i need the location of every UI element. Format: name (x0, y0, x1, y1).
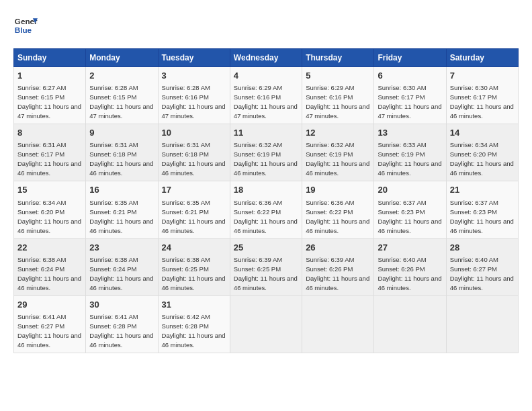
day-info: Sunrise: 6:33 AM Sunset: 6:19 PM Dayligh… (378, 141, 441, 177)
svg-text:Blue: Blue (15, 26, 32, 34)
calendar-header-row: SundayMondayTuesdayWednesdayThursdayFrid… (14, 49, 519, 67)
calendar-cell: 28Sunrise: 6:40 AM Sunset: 6:27 PM Dayli… (446, 238, 518, 295)
day-number: 24 (162, 242, 226, 254)
calendar-cell: 18Sunrise: 6:36 AM Sunset: 6:22 PM Dayli… (230, 181, 302, 238)
day-info: Sunrise: 6:36 AM Sunset: 6:22 PM Dayligh… (306, 199, 369, 234)
day-number: 1 (17, 70, 82, 82)
day-info: Sunrise: 6:31 AM Sunset: 6:17 PM Dayligh… (17, 141, 81, 177)
calendar-cell: 19Sunrise: 6:36 AM Sunset: 6:22 PM Dayli… (302, 181, 374, 238)
day-info: Sunrise: 6:32 AM Sunset: 6:19 PM Dayligh… (306, 141, 369, 177)
calendar-cell: 13Sunrise: 6:33 AM Sunset: 6:19 PM Dayli… (374, 124, 446, 181)
day-number: 17 (162, 184, 226, 196)
day-number: 18 (234, 184, 298, 196)
page-header: General Blue (13, 13, 519, 38)
week-row-3: 15Sunrise: 6:34 AM Sunset: 6:20 PM Dayli… (14, 181, 519, 238)
day-number: 26 (306, 242, 370, 254)
day-info: Sunrise: 6:40 AM Sunset: 6:26 PM Dayligh… (378, 256, 441, 291)
logo-icon: General Blue (13, 13, 38, 38)
day-info: Sunrise: 6:35 AM Sunset: 6:21 PM Dayligh… (89, 199, 153, 234)
calendar-cell: 9Sunrise: 6:31 AM Sunset: 6:18 PM Daylig… (86, 124, 158, 181)
day-info: Sunrise: 6:29 AM Sunset: 6:16 PM Dayligh… (234, 84, 298, 120)
day-info: Sunrise: 6:41 AM Sunset: 6:28 PM Dayligh… (89, 313, 153, 349)
calendar-cell: 24Sunrise: 6:38 AM Sunset: 6:25 PM Dayli… (158, 238, 230, 295)
day-header-thursday: Thursday (302, 49, 374, 67)
day-number: 22 (17, 242, 82, 254)
day-info: Sunrise: 6:29 AM Sunset: 6:16 PM Dayligh… (306, 84, 369, 120)
day-info: Sunrise: 6:41 AM Sunset: 6:27 PM Dayligh… (17, 313, 81, 349)
day-number: 14 (450, 127, 515, 139)
calendar-cell: 5Sunrise: 6:29 AM Sunset: 6:16 PM Daylig… (302, 67, 374, 124)
calendar-cell: 12Sunrise: 6:32 AM Sunset: 6:19 PM Dayli… (302, 124, 374, 181)
day-number: 20 (378, 184, 442, 196)
calendar-cell (374, 295, 446, 353)
day-info: Sunrise: 6:36 AM Sunset: 6:22 PM Dayligh… (234, 199, 298, 234)
day-number: 11 (234, 127, 298, 139)
calendar-cell: 22Sunrise: 6:38 AM Sunset: 6:24 PM Dayli… (14, 238, 86, 295)
calendar-cell: 25Sunrise: 6:39 AM Sunset: 6:25 PM Dayli… (230, 238, 302, 295)
day-header-sunday: Sunday (14, 49, 86, 67)
calendar-cell: 26Sunrise: 6:39 AM Sunset: 6:26 PM Dayli… (302, 238, 374, 295)
week-row-1: 1Sunrise: 6:27 AM Sunset: 6:15 PM Daylig… (14, 67, 519, 124)
day-number: 21 (450, 184, 515, 196)
calendar-cell: 23Sunrise: 6:38 AM Sunset: 6:24 PM Dayli… (86, 238, 158, 295)
day-number: 10 (162, 127, 226, 139)
day-header-saturday: Saturday (446, 49, 518, 67)
day-number: 25 (234, 242, 298, 254)
day-number: 9 (89, 127, 154, 139)
calendar-cell: 17Sunrise: 6:35 AM Sunset: 6:21 PM Dayli… (158, 181, 230, 238)
day-header-wednesday: Wednesday (230, 49, 302, 67)
calendar-cell: 31Sunrise: 6:42 AM Sunset: 6:28 PM Dayli… (158, 295, 230, 353)
calendar-cell: 14Sunrise: 6:34 AM Sunset: 6:20 PM Dayli… (446, 124, 518, 181)
calendar-cell: 11Sunrise: 6:32 AM Sunset: 6:19 PM Dayli… (230, 124, 302, 181)
day-info: Sunrise: 6:27 AM Sunset: 6:15 PM Dayligh… (17, 84, 81, 120)
day-header-monday: Monday (86, 49, 158, 67)
day-number: 7 (450, 70, 515, 82)
svg-text:General: General (15, 17, 38, 26)
day-info: Sunrise: 6:28 AM Sunset: 6:15 PM Dayligh… (89, 84, 153, 120)
calendar-cell: 20Sunrise: 6:37 AM Sunset: 6:23 PM Dayli… (374, 181, 446, 238)
calendar-cell: 4Sunrise: 6:29 AM Sunset: 6:16 PM Daylig… (230, 67, 302, 124)
calendar-cell: 15Sunrise: 6:34 AM Sunset: 6:20 PM Dayli… (14, 181, 86, 238)
calendar-cell: 3Sunrise: 6:28 AM Sunset: 6:16 PM Daylig… (158, 67, 230, 124)
calendar-cell: 10Sunrise: 6:31 AM Sunset: 6:18 PM Dayli… (158, 124, 230, 181)
day-number: 15 (17, 184, 82, 196)
calendar-cell: 27Sunrise: 6:40 AM Sunset: 6:26 PM Dayli… (374, 238, 446, 295)
calendar-cell: 21Sunrise: 6:37 AM Sunset: 6:23 PM Dayli… (446, 181, 518, 238)
day-number: 16 (89, 184, 154, 196)
day-info: Sunrise: 6:34 AM Sunset: 6:20 PM Dayligh… (17, 199, 81, 234)
day-header-friday: Friday (374, 49, 446, 67)
day-info: Sunrise: 6:31 AM Sunset: 6:18 PM Dayligh… (162, 141, 226, 177)
calendar-table: SundayMondayTuesdayWednesdayThursdayFrid… (13, 48, 519, 353)
day-number: 27 (378, 242, 442, 254)
day-number: 5 (306, 70, 370, 82)
day-info: Sunrise: 6:42 AM Sunset: 6:28 PM Dayligh… (162, 313, 226, 349)
calendar-cell: 29Sunrise: 6:41 AM Sunset: 6:27 PM Dayli… (14, 295, 86, 353)
calendar-cell: 30Sunrise: 6:41 AM Sunset: 6:28 PM Dayli… (86, 295, 158, 353)
week-row-4: 22Sunrise: 6:38 AM Sunset: 6:24 PM Dayli… (14, 238, 519, 295)
day-info: Sunrise: 6:30 AM Sunset: 6:17 PM Dayligh… (378, 84, 441, 120)
day-number: 23 (89, 242, 154, 254)
day-number: 3 (162, 70, 226, 82)
calendar-cell: 7Sunrise: 6:30 AM Sunset: 6:17 PM Daylig… (446, 67, 518, 124)
day-info: Sunrise: 6:37 AM Sunset: 6:23 PM Dayligh… (450, 199, 514, 234)
calendar-cell: 8Sunrise: 6:31 AM Sunset: 6:17 PM Daylig… (14, 124, 86, 181)
day-info: Sunrise: 6:30 AM Sunset: 6:17 PM Dayligh… (450, 84, 514, 120)
day-info: Sunrise: 6:32 AM Sunset: 6:19 PM Dayligh… (234, 141, 298, 177)
day-info: Sunrise: 6:38 AM Sunset: 6:24 PM Dayligh… (89, 256, 153, 291)
day-number: 13 (378, 127, 442, 139)
day-info: Sunrise: 6:39 AM Sunset: 6:26 PM Dayligh… (306, 256, 369, 291)
calendar-cell: 6Sunrise: 6:30 AM Sunset: 6:17 PM Daylig… (374, 67, 446, 124)
day-info: Sunrise: 6:28 AM Sunset: 6:16 PM Dayligh… (162, 84, 226, 120)
calendar-cell: 1Sunrise: 6:27 AM Sunset: 6:15 PM Daylig… (14, 67, 86, 124)
week-row-2: 8Sunrise: 6:31 AM Sunset: 6:17 PM Daylig… (14, 124, 519, 181)
day-info: Sunrise: 6:35 AM Sunset: 6:21 PM Dayligh… (162, 199, 226, 234)
day-info: Sunrise: 6:38 AM Sunset: 6:24 PM Dayligh… (17, 256, 81, 291)
calendar-cell (446, 295, 518, 353)
day-number: 28 (450, 242, 515, 254)
calendar-cell (302, 295, 374, 353)
calendar-cell: 16Sunrise: 6:35 AM Sunset: 6:21 PM Dayli… (86, 181, 158, 238)
day-number: 12 (306, 127, 370, 139)
day-info: Sunrise: 6:34 AM Sunset: 6:20 PM Dayligh… (450, 141, 514, 177)
day-info: Sunrise: 6:37 AM Sunset: 6:23 PM Dayligh… (378, 199, 441, 234)
day-info: Sunrise: 6:38 AM Sunset: 6:25 PM Dayligh… (162, 256, 226, 291)
